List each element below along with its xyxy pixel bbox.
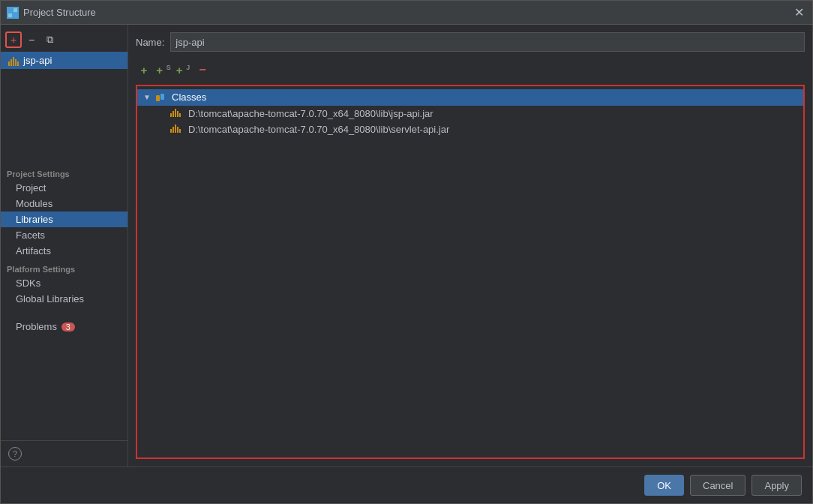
tree-item-servlet-api-jar[interactable]: ▶ D:\tomcat\apache-tomcat-7.0.70_x64_808… (137, 122, 803, 137)
project-settings-label: Project Settings (1, 164, 128, 180)
sidebar-item-problems[interactable]: Problems 3 (1, 319, 128, 334)
sidebar-item-libraries[interactable]: Libraries (1, 212, 128, 227)
svg-rect-3 (14, 14, 17, 17)
platform-settings-label: Platform Settings (1, 259, 128, 275)
sidebar-help: ? (1, 440, 128, 466)
cancel-button[interactable]: Cancel (690, 475, 746, 496)
add-sources-button[interactable]: + S (155, 62, 172, 78)
remove-item-button[interactable]: − (194, 62, 211, 78)
jar-icon-2 (170, 124, 181, 133)
ok-button[interactable]: OK (644, 475, 684, 496)
jar-icon (170, 108, 181, 117)
copy-library-button[interactable]: ⧉ (41, 32, 58, 48)
sidebar-item-modules[interactable]: Modules (1, 196, 128, 212)
app-icon (7, 7, 19, 19)
right-panel: Name: + + S + J (128, 25, 812, 466)
name-input[interactable] (170, 32, 805, 52)
library-tree[interactable]: ▼ Classes ▶ (136, 85, 805, 459)
title-bar: Project Structure ✕ (1, 1, 812, 25)
expand-arrow: ▼ (143, 93, 152, 101)
sidebar-toolbar: + − ⧉ (1, 28, 128, 52)
sidebar-item-global-libraries[interactable]: Global Libraries (1, 291, 128, 307)
jar-path-1: D:\tomcat\apache-tomcat-7.0.70_x64_8080\… (188, 108, 434, 119)
library-icon (8, 56, 19, 66)
library-item-jsp-api[interactable]: jsp-api (1, 52, 128, 69)
tree-item-classes[interactable]: ▼ Classes (137, 89, 803, 106)
svg-rect-5 (160, 94, 164, 100)
svg-rect-1 (14, 8, 17, 12)
name-row: Name: (136, 32, 805, 52)
help-button[interactable]: ? (8, 447, 22, 460)
tree-item-jsp-api-jar[interactable]: ▶ D:\tomcat\apache-tomcat-7.0.70_x64_808… (137, 106, 803, 122)
svg-rect-4 (156, 95, 160, 101)
content-toolbar: + + S + J − (136, 59, 805, 80)
library-list: jsp-api (1, 52, 128, 158)
sidebar-item-facets[interactable]: Facets (1, 227, 128, 243)
sidebar: + − ⧉ jsp-api (1, 25, 128, 466)
svg-rect-2 (8, 14, 12, 17)
add-library-button[interactable]: + (5, 32, 22, 48)
close-button[interactable]: ✕ (791, 5, 806, 20)
classes-label: Classes (172, 92, 206, 103)
apply-button[interactable]: Apply (752, 475, 802, 496)
window-title: Project Structure (23, 7, 791, 18)
sidebar-item-sdks[interactable]: SDKs (1, 275, 128, 291)
problems-badge: 3 (62, 322, 75, 332)
remove-library-button[interactable]: − (23, 32, 40, 48)
bottom-bar: OK Cancel Apply (1, 466, 812, 503)
main-content: + − ⧉ jsp-api (1, 25, 812, 466)
sidebar-item-artifacts[interactable]: Artifacts (1, 243, 128, 259)
add-javadoc-button[interactable]: + J (175, 62, 191, 78)
sidebar-item-project[interactable]: Project (1, 180, 128, 196)
jar-path-2: D:\tomcat\apache-tomcat-7.0.70_x64_8080\… (188, 124, 449, 135)
svg-rect-0 (8, 8, 12, 12)
project-structure-dialog: Project Structure ✕ + − ⧉ (0, 0, 813, 504)
name-label: Name: (136, 37, 164, 48)
library-name: jsp-api (23, 55, 52, 66)
add-classes-button[interactable]: + (136, 62, 152, 78)
